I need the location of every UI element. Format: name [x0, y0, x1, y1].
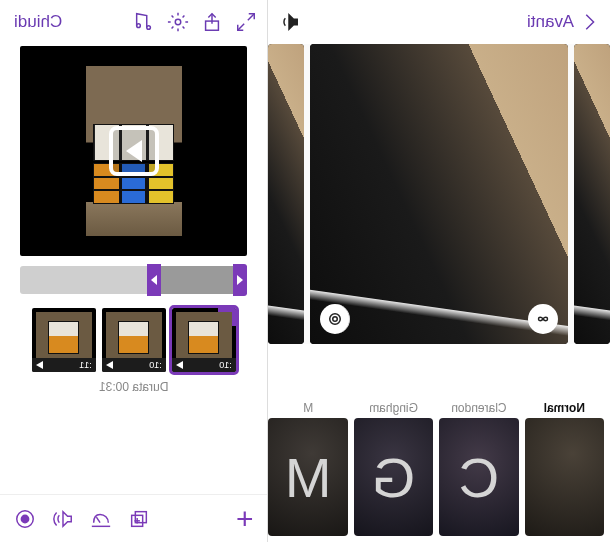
share-icon[interactable] — [201, 11, 223, 33]
clip-thumb[interactable]: :11 — [32, 308, 96, 372]
filter-swatch: C — [439, 418, 518, 536]
project-toolbar: + — [0, 494, 267, 542]
filter-swatch — [525, 418, 604, 536]
svg-line-14 — [96, 517, 100, 523]
prev-clip-peek[interactable] — [574, 44, 610, 344]
trimmer[interactable] — [20, 266, 247, 294]
filter-label: M — [303, 398, 313, 418]
svg-marker-16 — [63, 511, 71, 526]
svg-point-7 — [176, 19, 182, 25]
filter-moon[interactable]: M M — [268, 398, 347, 536]
current-clip-preview[interactable] — [310, 44, 568, 344]
infinity-icon — [534, 310, 552, 328]
next-button[interactable]: Avanti — [523, 8, 578, 36]
play-icon — [36, 361, 43, 369]
play-button-icon[interactable] — [109, 126, 159, 176]
clip-thumb[interactable]: :10 — [102, 308, 166, 372]
next-clip-peek[interactable] — [268, 44, 304, 344]
svg-point-18 — [21, 515, 28, 522]
svg-line-3 — [248, 14, 254, 20]
trimmer-handle-left[interactable] — [233, 264, 247, 296]
svg-point-1 — [330, 314, 341, 325]
svg-point-8 — [147, 26, 151, 30]
filter-gingham[interactable]: Gingham G — [354, 398, 433, 536]
music-icon[interactable] — [133, 11, 155, 33]
svg-marker-0 — [289, 15, 297, 30]
speed-icon[interactable] — [90, 508, 112, 530]
filter-swatch: G — [354, 418, 433, 536]
fullscreen-icon[interactable] — [235, 11, 257, 33]
filter-label: Normal — [544, 398, 585, 418]
clip-list: × :10 :10 :11 — [20, 308, 247, 372]
duplicate-icon[interactable] — [128, 508, 150, 530]
fit-icon — [326, 310, 344, 328]
clip-duration: :10 — [149, 360, 162, 370]
record-icon[interactable] — [14, 508, 36, 530]
clip-duration: :10 — [219, 360, 232, 370]
svg-line-4 — [238, 24, 244, 30]
clip-thumb[interactable]: × :10 — [172, 308, 236, 372]
svg-point-2 — [333, 317, 338, 322]
project-panel: Chiudi × :10 :10 :11 — [0, 0, 268, 542]
video-preview-strip — [268, 44, 610, 344]
add-clip-button[interactable]: + — [236, 502, 254, 536]
total-duration: Durata 00:31 — [0, 380, 267, 394]
filter-normal[interactable]: Normal — [525, 398, 604, 536]
back-chevron-icon[interactable] — [578, 11, 600, 33]
filter-label: Gingham — [369, 398, 418, 418]
play-icon — [176, 361, 183, 369]
left-header: Avanti — [268, 0, 610, 44]
play-icon — [106, 361, 113, 369]
svg-point-9 — [137, 24, 141, 28]
speaker-icon — [278, 11, 300, 33]
filter-editor-panel: Avanti Normal — [268, 0, 610, 542]
project-preview[interactable] — [20, 46, 247, 256]
close-button[interactable]: Chiudi — [10, 8, 66, 36]
boomerang-badge[interactable] — [528, 304, 558, 334]
filter-label: Clarendon — [451, 398, 506, 418]
trimmer-handle-right[interactable] — [147, 264, 161, 296]
audio-icon[interactable] — [52, 508, 74, 530]
filter-clarendon[interactable]: Clarendon C — [439, 398, 518, 536]
right-header: Chiudi — [0, 0, 267, 44]
clip-duration: :11 — [79, 360, 92, 370]
sound-toggle[interactable] — [278, 11, 300, 33]
filter-strip: Normal Clarendon C Gingham G M M — [268, 392, 610, 542]
filter-swatch: M — [268, 418, 347, 536]
settings-gear-icon[interactable] — [167, 11, 189, 33]
